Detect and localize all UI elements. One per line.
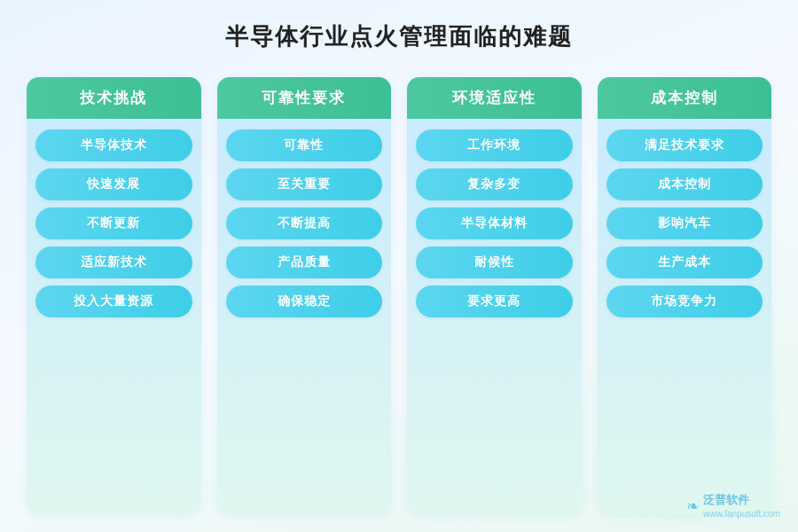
columns-container: 技术挑战半导体技术快速发展不断更新适应新技术投入大量资源可靠性要求可靠性至关重要… <box>27 77 771 514</box>
column-item-col4-1: 成本控制 <box>606 168 763 200</box>
column-item-col1-1: 快速发展 <box>35 168 192 200</box>
watermark: ❧ 泛普软件 www.fanpusoft.com <box>686 493 780 520</box>
column-item-col2-4: 确保稳定 <box>226 286 383 317</box>
column-item-col1-3: 适应新技术 <box>35 246 192 278</box>
column-item-col2-3: 产品质量 <box>226 246 383 278</box>
column-item-col4-4: 市场竞争力 <box>606 286 763 317</box>
column-item-col3-2: 半导体材料 <box>416 207 573 239</box>
column-header-col3: 环境适应性 <box>407 77 582 119</box>
column-col4: 成本控制满足技术要求成本控制影响汽车生产成本市场竞争力 <box>598 77 772 514</box>
column-col2: 可靠性要求可靠性至关重要不断提高产品质量确保稳定 <box>217 77 392 514</box>
column-header-col1: 技术挑战 <box>27 77 201 119</box>
column-item-col2-1: 至关重要 <box>226 168 383 200</box>
column-items-col2: 可靠性至关重要不断提高产品质量确保稳定 <box>217 119 392 514</box>
watermark-brand: 泛普软件 <box>703 493 780 508</box>
column-item-col4-3: 生产成本 <box>606 246 763 278</box>
column-header-col4: 成本控制 <box>598 77 772 119</box>
watermark-site: www.fanpusoft.com <box>703 508 780 520</box>
column-item-col2-2: 不断提高 <box>226 207 383 239</box>
column-item-col1-2: 不断更新 <box>35 207 192 239</box>
column-items-col3: 工作环境复杂多变半导体材料耐候性要求更高 <box>407 119 582 514</box>
column-col1: 技术挑战半导体技术快速发展不断更新适应新技术投入大量资源 <box>27 77 201 514</box>
page-container: 半导体行业点火管理面临的难题 技术挑战半导体技术快速发展不断更新适应新技术投入大… <box>0 0 798 532</box>
column-items-col4: 满足技术要求成本控制影响汽车生产成本市场竞争力 <box>598 119 772 514</box>
column-item-col3-1: 复杂多变 <box>416 168 573 200</box>
column-item-col3-4: 要求更高 <box>416 286 573 317</box>
column-item-col3-0: 工作环境 <box>416 129 573 161</box>
column-item-col1-0: 半导体技术 <box>35 129 192 161</box>
column-item-col1-4: 投入大量资源 <box>35 286 192 317</box>
column-item-col4-0: 满足技术要求 <box>606 129 763 161</box>
watermark-icon: ❧ <box>686 497 700 516</box>
column-item-col2-0: 可靠性 <box>226 129 383 161</box>
watermark-text: 泛普软件 www.fanpusoft.com <box>703 493 780 520</box>
page-title: 半导体行业点火管理面临的难题 <box>225 21 573 52</box>
column-items-col1: 半导体技术快速发展不断更新适应新技术投入大量资源 <box>27 119 201 514</box>
column-header-col2: 可靠性要求 <box>217 77 392 119</box>
column-item-col3-3: 耐候性 <box>416 246 573 278</box>
column-col3: 环境适应性工作环境复杂多变半导体材料耐候性要求更高 <box>407 77 582 514</box>
column-item-col4-2: 影响汽车 <box>606 207 763 239</box>
